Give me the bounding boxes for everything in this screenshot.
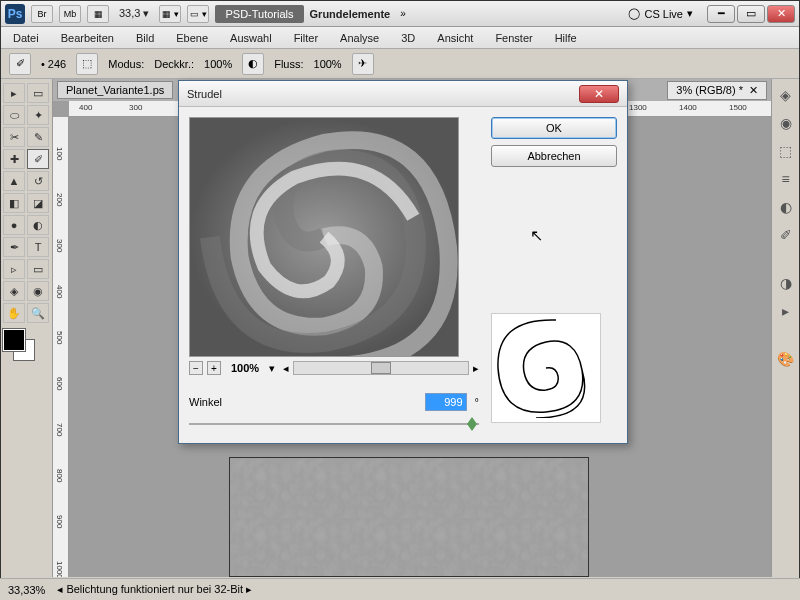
status-message: ◂ Belichtung funktioniert nur bei 32-Bit…	[57, 583, 252, 596]
bridge-button[interactable]: Br	[31, 5, 53, 23]
screen-mode-button[interactable]: ▭ ▾	[187, 5, 209, 23]
history-icon[interactable]: ◑	[776, 273, 796, 293]
history-brush-tool[interactable]: ↺	[27, 171, 49, 191]
zoom-tool[interactable]: 🔍	[27, 303, 49, 323]
view-extras-button[interactable]: ▦ ▾	[159, 5, 181, 23]
move-tool[interactable]: ▸	[3, 83, 25, 103]
dialog-title: Strudel	[187, 88, 222, 100]
blur-tool[interactable]: ●	[3, 215, 25, 235]
layers-icon[interactable]: ◈	[776, 85, 796, 105]
cancel-button[interactable]: Abbrechen	[491, 145, 617, 167]
adjustments-icon[interactable]: ≡	[776, 169, 796, 189]
dialog-titlebar[interactable]: Strudel ✕	[179, 81, 627, 107]
chevron-down-icon[interactable]: ▾	[269, 362, 275, 375]
brushes-icon[interactable]: ✐	[776, 225, 796, 245]
document-tab[interactable]: Planet_Variante1.ps	[57, 81, 173, 99]
mode-label: Modus:	[108, 58, 144, 70]
lasso-tool[interactable]: ⬭	[3, 105, 25, 125]
masks-icon[interactable]: ◐	[776, 197, 796, 217]
tablet-opacity-icon[interactable]: ◐	[242, 53, 264, 75]
shape-tool[interactable]: ▭	[27, 259, 49, 279]
tutorials-badge[interactable]: PSD-Tutorials	[215, 5, 303, 23]
filter-preview[interactable]	[189, 117, 459, 357]
document-tab-info[interactable]: 3% (RGB/8) * ✕	[667, 81, 767, 100]
minibridge-button[interactable]: Mb	[59, 5, 81, 23]
opacity-value[interactable]: 100%	[204, 58, 232, 70]
preview-zoom[interactable]: 100%	[225, 362, 265, 374]
brush-preset[interactable]: • 246	[41, 58, 66, 70]
preview-scrollbar[interactable]	[293, 361, 469, 375]
cslive-button[interactable]: ◯ CS Live ▾	[628, 7, 693, 20]
camera-tool[interactable]: ◉	[27, 281, 49, 301]
menu-analyse[interactable]: Analyse	[336, 30, 383, 46]
heal-tool[interactable]: ✚	[3, 149, 25, 169]
crop-tool[interactable]: ✂	[3, 127, 25, 147]
close-tab-icon[interactable]: ✕	[749, 84, 758, 97]
menu-filter[interactable]: Filter	[290, 30, 322, 46]
zoom-out-button[interactable]: −	[189, 361, 203, 375]
strudel-dialog: Strudel ✕	[178, 80, 628, 444]
brush-tool[interactable]: ✐	[27, 149, 49, 169]
3d-tool[interactable]: ◈	[3, 281, 25, 301]
options-bar: ✐ • 246 ⬚ Modus: Deckkr.: 100% ◐ Fluss: …	[1, 49, 799, 79]
statusbar: 33,33% ◂ Belichtung funktioniert nur bei…	[0, 578, 800, 600]
menu-3d[interactable]: 3D	[397, 30, 419, 46]
chevron-right-icon[interactable]: »	[400, 8, 406, 19]
wand-tool[interactable]: ✦	[27, 105, 49, 125]
layout-button[interactable]: ▦	[87, 5, 109, 23]
menu-bearbeiten[interactable]: Bearbeiten	[57, 30, 118, 46]
angle-slider[interactable]	[189, 415, 479, 433]
toolbox: ▸▭ ⬭✦ ✂✎ ✚✐ ▲↺ ◧◪ ●◐ ✒T ▹▭ ◈◉ ✋🔍	[1, 79, 53, 577]
status-zoom[interactable]: 33,33%	[8, 584, 45, 596]
eyedropper-tool[interactable]: ✎	[27, 127, 49, 147]
airbrush-icon[interactable]: ✈	[352, 53, 374, 75]
ruler-vertical[interactable]: 100 200 300 400 500 600 700 800 900 1000	[53, 117, 69, 577]
paths-icon[interactable]: ⬚	[776, 141, 796, 161]
stamp-tool[interactable]: ▲	[3, 171, 25, 191]
brush-panel-icon[interactable]: ⬚	[76, 53, 98, 75]
zoom-level[interactable]: 33,3 ▾	[115, 7, 153, 20]
gradient-tool[interactable]: ◪	[27, 193, 49, 213]
eraser-tool[interactable]: ◧	[3, 193, 25, 213]
pen-tool[interactable]: ✒	[3, 237, 25, 257]
close-button[interactable]: ✕	[767, 5, 795, 23]
menu-hilfe[interactable]: Hilfe	[551, 30, 581, 46]
menu-fenster[interactable]: Fenster	[491, 30, 536, 46]
minimize-button[interactable]: ━	[707, 5, 735, 23]
angle-label: Winkel	[189, 396, 222, 408]
right-panel: ◈ ◉ ⬚ ≡ ◐ ✐ ◑ ▸ 🎨	[771, 79, 799, 577]
channels-icon[interactable]: ◉	[776, 113, 796, 133]
color-swatches[interactable]	[3, 329, 43, 369]
path-tool[interactable]: ▹	[3, 259, 25, 279]
menubar: Datei Bearbeiten Bild Ebene Auswahl Filt…	[1, 27, 799, 49]
document-canvas[interactable]	[229, 457, 589, 577]
menu-datei[interactable]: Datei	[9, 30, 43, 46]
foreground-color[interactable]	[3, 329, 25, 351]
menu-ansicht[interactable]: Ansicht	[433, 30, 477, 46]
angle-unit: °	[475, 396, 479, 408]
slider-thumb[interactable]	[467, 417, 477, 431]
actions-icon[interactable]: ▸	[776, 301, 796, 321]
maximize-button[interactable]: ▭	[737, 5, 765, 23]
app-logo: Ps	[5, 4, 25, 24]
titlebar: Ps Br Mb ▦ 33,3 ▾ ▦ ▾ ▭ ▾ PSD-Tutorials …	[1, 1, 799, 27]
marquee-tool[interactable]: ▭	[27, 83, 49, 103]
flow-label: Fluss:	[274, 58, 303, 70]
opacity-label: Deckkr.:	[154, 58, 194, 70]
zoom-in-button[interactable]: +	[207, 361, 221, 375]
ok-button[interactable]: OK	[491, 117, 617, 139]
type-tool[interactable]: T	[27, 237, 49, 257]
dialog-close-button[interactable]: ✕	[579, 85, 619, 103]
menu-bild[interactable]: Bild	[132, 30, 158, 46]
menu-ebene[interactable]: Ebene	[172, 30, 212, 46]
hand-tool[interactable]: ✋	[3, 303, 25, 323]
flow-value[interactable]: 100%	[314, 58, 342, 70]
brush-tool-icon[interactable]: ✐	[9, 53, 31, 75]
dodge-tool[interactable]: ◐	[27, 215, 49, 235]
color-icon[interactable]: 🎨	[776, 349, 796, 369]
menu-auswahl[interactable]: Auswahl	[226, 30, 276, 46]
angle-input[interactable]	[425, 393, 467, 411]
filter-thumbnail	[491, 313, 601, 423]
workspace-name[interactable]: Grundelemente	[310, 8, 391, 20]
